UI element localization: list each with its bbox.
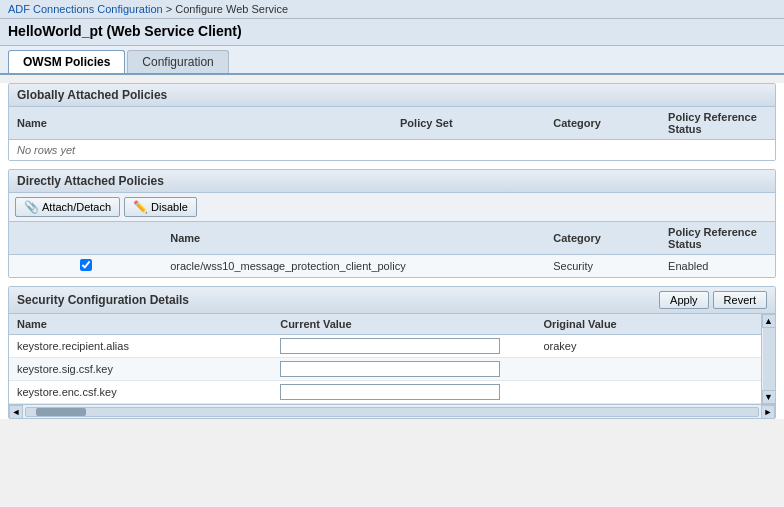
disable-label: Disable: [151, 201, 188, 213]
disable-icon: ✏️: [133, 200, 148, 214]
breadcrumb: ADF Connections Configuration > Configur…: [0, 0, 784, 19]
revert-button[interactable]: Revert: [713, 291, 767, 309]
col-header-policy-set: Policy Set: [392, 107, 545, 140]
config-current-2: [272, 381, 535, 404]
horizontal-scrollbar[interactable]: ◄ ►: [9, 404, 775, 418]
col-header-original-value: Original Value: [535, 314, 761, 335]
breadcrumb-separator: >: [166, 3, 175, 15]
current-value-input-0[interactable]: [280, 338, 500, 354]
config-table-wrapper: Name Current Value Original Value keysto…: [9, 314, 775, 404]
apply-button[interactable]: Apply: [659, 291, 709, 309]
scroll-left-arrow[interactable]: ◄: [9, 405, 23, 419]
empty-cell-1: [392, 140, 545, 161]
no-rows-row: No rows yet: [9, 140, 775, 161]
globally-attached-header: Globally Attached Policies: [9, 84, 775, 107]
col-header-category: Category: [545, 107, 660, 140]
directly-attached-section: Directly Attached Policies 📎 Attach/Deta…: [8, 169, 776, 278]
current-value-input-2[interactable]: [280, 384, 500, 400]
col-header-da-category: Category: [545, 222, 660, 255]
config-row: keystore.enc.csf.key: [9, 381, 761, 404]
table-row[interactable]: oracle/wss10_message_protection_client_p…: [9, 255, 775, 278]
config-table: Name Current Value Original Value keysto…: [9, 314, 761, 404]
tab-bar: OWSM Policies Configuration: [0, 46, 784, 75]
scroll-track: [763, 328, 775, 390]
attach-detach-label: Attach/Detach: [42, 201, 111, 213]
directly-attached-table: Name Category Policy ReferenceStatus ora…: [9, 222, 775, 277]
config-name-0: keystore.recipient.alias: [9, 335, 272, 358]
tab-configuration[interactable]: Configuration: [127, 50, 228, 73]
config-row: keystore.sig.csf.key: [9, 358, 761, 381]
config-current-0: [272, 335, 535, 358]
vertical-scrollbar[interactable]: ▲ ▼: [761, 314, 775, 404]
col-header-status: Policy ReferenceStatus: [660, 107, 775, 140]
security-config-header-row: Security Configuration Details Apply Rev…: [9, 287, 775, 314]
security-config-section: Security Configuration Details Apply Rev…: [8, 286, 776, 419]
security-config-title: Security Configuration Details: [17, 293, 189, 307]
breadcrumb-item-1[interactable]: ADF Connections Configuration: [8, 3, 163, 15]
attach-icon: 📎: [24, 200, 39, 214]
col-header-name: Name: [9, 107, 392, 140]
col-header-da-status: Policy ReferenceStatus: [660, 222, 775, 255]
directly-attached-toolbar: 📎 Attach/Detach ✏️ Disable: [9, 193, 775, 222]
directly-attached-header: Directly Attached Policies: [9, 170, 775, 193]
scroll-up-arrow[interactable]: ▲: [762, 314, 776, 328]
config-original-2: [535, 381, 761, 404]
row-policy-name: oracle/wss10_message_protection_client_p…: [162, 255, 545, 278]
empty-cell-3: [660, 140, 775, 161]
config-original-1: [535, 358, 761, 381]
scroll-right-arrow[interactable]: ►: [761, 405, 775, 419]
tab-owsm[interactable]: OWSM Policies: [8, 50, 125, 73]
disable-button[interactable]: ✏️ Disable: [124, 197, 197, 217]
breadcrumb-item-2: Configure Web Service: [175, 3, 288, 15]
page-title: HelloWorld_pt (Web Service Client): [0, 19, 784, 46]
globally-attached-table: Name Policy Set Category Policy Referenc…: [9, 107, 775, 160]
row-status: Enabled: [660, 255, 775, 278]
attach-detach-button[interactable]: 📎 Attach/Detach: [15, 197, 120, 217]
config-name-1: keystore.sig.csf.key: [9, 358, 272, 381]
main-content: Globally Attached Policies Name Policy S…: [0, 83, 784, 419]
col-header-current-value: Current Value: [272, 314, 535, 335]
row-checkbox-cell: [9, 255, 162, 278]
security-config-buttons: Apply Revert: [659, 291, 767, 309]
config-current-1: [272, 358, 535, 381]
row-category: Security: [545, 255, 660, 278]
globally-attached-section: Globally Attached Policies Name Policy S…: [8, 83, 776, 161]
col-header-checkbox: [9, 222, 162, 255]
config-row: keystore.recipient.alias orakey: [9, 335, 761, 358]
h-scroll-track: [25, 407, 759, 417]
col-header-config-name: Name: [9, 314, 272, 335]
row-checkbox[interactable]: [80, 259, 92, 271]
current-value-input-1[interactable]: [280, 361, 500, 377]
config-name-2: keystore.enc.csf.key: [9, 381, 272, 404]
no-rows-text: No rows yet: [9, 140, 392, 161]
col-header-da-name: Name: [162, 222, 545, 255]
empty-cell-2: [545, 140, 660, 161]
config-original-0: orakey: [535, 335, 761, 358]
h-scroll-thumb: [36, 408, 86, 416]
scroll-down-arrow[interactable]: ▼: [762, 390, 776, 404]
